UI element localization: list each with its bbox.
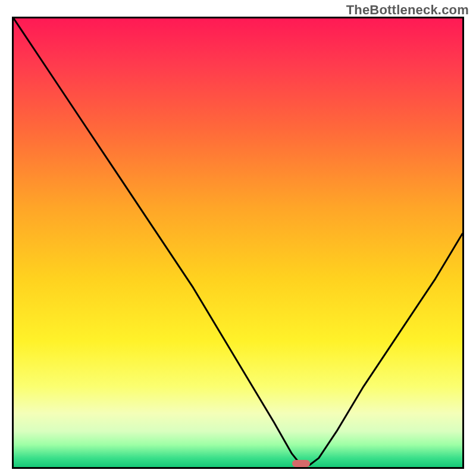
bottleneck-curve <box>14 18 462 467</box>
optimal-point-marker <box>292 460 310 467</box>
chart-container: TheBottleneck.com <box>0 0 476 476</box>
watermark-label: TheBottleneck.com <box>346 2 469 18</box>
plot-area <box>12 17 464 469</box>
